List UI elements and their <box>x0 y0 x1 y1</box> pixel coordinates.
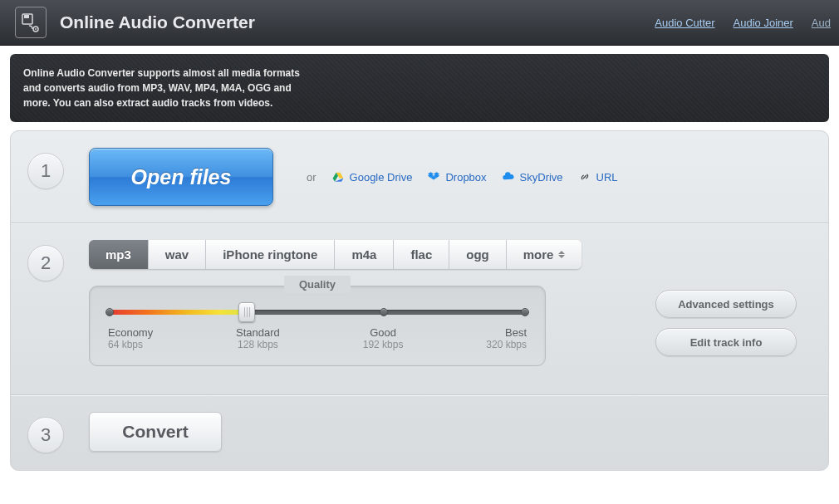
nav-audio-cutter[interactable]: Audio Cutter <box>655 17 714 29</box>
app-header: Online Audio Converter Audio Cutter Audi… <box>0 0 839 46</box>
quality-label: Quality <box>291 278 344 291</box>
edit-track-info-button[interactable]: Edit track info <box>655 328 797 356</box>
tab-flac[interactable]: flac <box>394 240 449 269</box>
quality-level-best: Best 320 kbps <box>486 326 527 350</box>
tab-m4a[interactable]: m4a <box>335 240 394 269</box>
step-3: 3 Convert <box>11 394 828 470</box>
skydrive-icon <box>502 171 515 183</box>
quality-stop-best <box>521 308 529 316</box>
convert-button[interactable]: Convert <box>89 412 222 452</box>
step-1: 1 Open files or Google Drive <box>11 131 828 223</box>
step-2: 2 mp3 wav iPhone ringtone m4a flac ogg m… <box>11 223 828 394</box>
nav-audio-joiner[interactable]: Audio Joiner <box>734 17 793 29</box>
open-files-button[interactable]: Open files <box>89 148 273 206</box>
tab-wav[interactable]: wav <box>149 240 206 269</box>
description-text: Online Audio Converter supports almost a… <box>23 66 314 110</box>
tab-ogg[interactable]: ogg <box>449 240 507 269</box>
sort-icon <box>558 251 565 258</box>
advanced-settings-button[interactable]: Advanced settings <box>655 290 797 318</box>
dropbox-icon <box>427 171 440 183</box>
quality-stop-economy <box>105 308 114 316</box>
format-tabs: mp3 wav iPhone ringtone m4a flac ogg mor… <box>89 240 581 269</box>
tab-mp3[interactable]: mp3 <box>89 240 149 269</box>
step-number-3: 3 <box>27 417 64 453</box>
svg-point-3 <box>35 28 37 30</box>
source-google-drive[interactable]: Google Drive <box>331 171 413 183</box>
or-label: or <box>307 171 316 183</box>
quality-level-standard: Standard 128 kbps <box>236 326 280 350</box>
tab-more[interactable]: more <box>507 240 582 269</box>
source-skydrive[interactable]: SkyDrive <box>502 171 563 183</box>
source-dropbox[interactable]: Dropbox <box>427 171 486 183</box>
quality-level-economy: Economy 64 kbps <box>108 326 153 350</box>
app-logo <box>15 7 47 38</box>
step-number-2: 2 <box>27 245 64 281</box>
tab-iphone-ringtone[interactable]: iPhone ringtone <box>206 240 335 269</box>
header-nav: Audio Cutter Audio Joiner Aud <box>655 0 839 46</box>
svg-rect-1 <box>24 15 29 18</box>
google-drive-icon <box>331 171 345 183</box>
app-title: Online Audio Converter <box>60 12 255 32</box>
quality-level-good: Good 192 kbps <box>363 326 404 350</box>
quality-stop-good <box>380 308 388 316</box>
main-panel: 1 Open files or Google Drive <box>10 130 829 471</box>
link-icon <box>578 171 591 183</box>
floppy-convert-icon <box>21 12 41 32</box>
description-banner: Online Audio Converter supports almost a… <box>10 54 829 122</box>
step-number-1: 1 <box>27 153 64 189</box>
source-url[interactable]: URL <box>578 171 618 183</box>
quality-panel: Quality Economy 64 kbps <box>89 286 546 366</box>
quality-slider-handle[interactable] <box>238 302 255 322</box>
quality-slider-fill <box>110 310 247 315</box>
nav-aud[interactable]: Aud <box>812 17 831 29</box>
quality-slider[interactable] <box>110 310 525 315</box>
